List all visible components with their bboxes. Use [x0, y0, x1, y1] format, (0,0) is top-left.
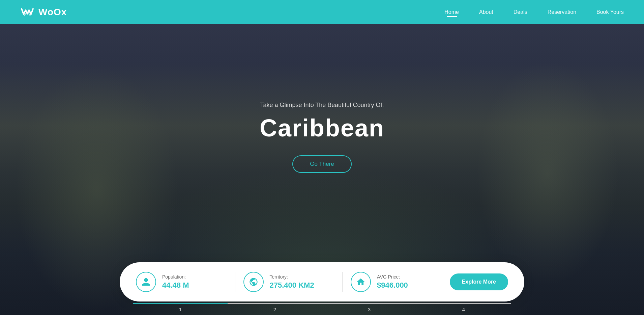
- nav-link-deals[interactable]: Deals: [514, 9, 527, 15]
- nav-link-book-yours[interactable]: Book Yours: [596, 9, 624, 15]
- stat-avg-price: AVG Price: $946.000: [351, 272, 442, 292]
- nav-item-deals[interactable]: Deals: [514, 9, 527, 15]
- avg-price-label: AVG Price:: [377, 274, 408, 280]
- territory-label: Territory:: [270, 274, 314, 280]
- hero-subtitle: Take a Glimpse Into The Beautiful Countr…: [260, 102, 384, 109]
- hero-section: Take a Glimpse Into The Beautiful Countr…: [0, 0, 644, 315]
- nav-link-home[interactable]: Home: [444, 9, 459, 15]
- stat-population-text: Population: 44.48 M: [162, 274, 189, 290]
- stat-territory-text: Territory: 275.400 KM2: [270, 274, 314, 290]
- logo-icon: [20, 7, 34, 18]
- slide-num-2: 2: [273, 307, 276, 312]
- navbar: WoOx Home About Deals Reservation Book Y…: [0, 0, 644, 24]
- hero-content: Take a Glimpse Into The Beautiful Countr…: [260, 102, 384, 213]
- population-label: Population:: [162, 274, 189, 280]
- stat-divider-2: [342, 272, 343, 292]
- stat-avg-price-text: AVG Price: $946.000: [377, 274, 408, 290]
- avg-price-value: $946.000: [377, 281, 408, 290]
- stats-card: Population: 44.48 M Territory: 275.400 K…: [120, 262, 524, 301]
- explore-more-button[interactable]: Explore More: [450, 273, 508, 290]
- slide-line-4: [416, 303, 511, 304]
- slide-indicators: 1 2 3 4: [0, 303, 644, 315]
- nav-link-reservation[interactable]: Reservation: [548, 9, 576, 15]
- person-icon: [141, 277, 151, 287]
- logo-link[interactable]: WoOx: [20, 7, 67, 18]
- slide-num-1: 1: [179, 307, 182, 312]
- slide-line-2: [228, 303, 322, 304]
- nav-item-book-yours[interactable]: Book Yours: [596, 9, 624, 15]
- stat-divider-1: [235, 272, 235, 292]
- population-icon-circle: [136, 272, 156, 292]
- go-there-button[interactable]: Go There: [292, 155, 352, 173]
- slide-num-3: 3: [368, 307, 371, 312]
- slide-indicator-4[interactable]: 4: [416, 303, 511, 312]
- slide-indicator-3[interactable]: 3: [322, 303, 416, 312]
- nav-item-reservation[interactable]: Reservation: [548, 9, 576, 15]
- stat-population: Population: 44.48 M: [136, 272, 227, 292]
- population-value: 44.48 M: [162, 281, 189, 290]
- avg-price-icon-circle: [351, 272, 371, 292]
- nav-item-about[interactable]: About: [479, 9, 493, 15]
- slide-line-1: [133, 303, 228, 304]
- globe-icon: [249, 277, 258, 287]
- territory-icon-circle: [243, 272, 264, 292]
- logo-text: WoOx: [38, 7, 67, 18]
- stat-territory: Territory: 275.400 KM2: [243, 272, 334, 292]
- home-icon: [356, 277, 365, 287]
- slide-indicator-1[interactable]: 1: [133, 303, 228, 312]
- nav-item-home[interactable]: Home: [444, 9, 459, 15]
- slide-line-3: [322, 303, 416, 304]
- slide-num-4: 4: [462, 307, 465, 312]
- slide-indicator-2[interactable]: 2: [228, 303, 322, 312]
- territory-value: 275.400 KM2: [270, 281, 314, 290]
- nav-link-about[interactable]: About: [479, 9, 493, 15]
- nav-links: Home About Deals Reservation Book Yours: [444, 9, 624, 15]
- hero-title: Caribbean: [260, 114, 384, 142]
